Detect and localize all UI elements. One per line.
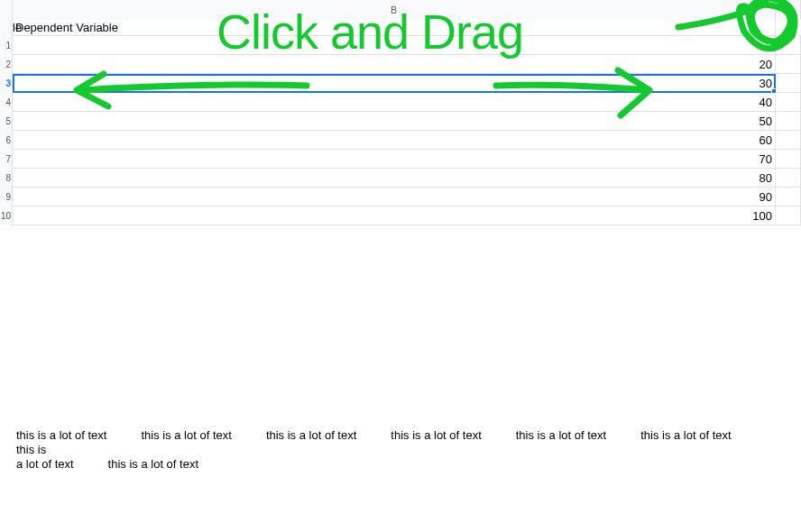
data-row-7: 7 70 [0,150,801,169]
long-text-row[interactable]: this is a lot of text this is a lot of t… [0,428,801,457]
cell-b10[interactable]: 100 [13,206,776,225]
cell-c3[interactable] [776,74,801,93]
column-header-label: B [391,5,397,15]
row-number-4[interactable]: 4 [0,93,13,112]
cell-b2[interactable]: 20 [13,55,776,74]
cell-c7[interactable] [776,150,801,169]
data-row-2: 2 20 [0,55,801,74]
cell-b4[interactable]: 40 [13,93,776,112]
select-all-corner[interactable] [0,0,13,20]
data-row-10: 10 100 [0,206,801,225]
cell-c1[interactable] [776,36,801,55]
cell-c6[interactable] [776,131,801,150]
cell-b8[interactable]: 80 [13,169,776,188]
text-repeat-4: this is a lot of text [391,428,481,443]
cell-b-header[interactable]: Dependent Variable [13,20,776,35]
row-number-5[interactable]: 5 [0,112,13,131]
row-number-10[interactable]: 10 [0,206,13,225]
column-header-c[interactable] [776,0,801,20]
data-row-9: 9 90 [0,188,801,206]
dependent-variable-label: Dependent Variable [15,21,118,34]
text-repeat-7: this is [16,443,46,457]
column-header-b[interactable]: B [13,0,776,20]
text-repeat-6: this is a lot of text [640,428,731,443]
text-repeat-5: this is a lot of text [516,428,606,443]
text-repeat-9: this is a lot of text [108,457,198,472]
text-repeat-1: this is a lot of text [16,428,106,443]
cell-c-header[interactable] [776,20,801,35]
data-row-1: 1 [0,36,801,55]
row-number-3[interactable]: 3 [0,74,13,93]
cell-c8[interactable] [776,169,801,188]
row-number-6[interactable]: 6 [0,131,13,150]
text-repeat-2: this is a lot of text [141,428,231,443]
cell-c4[interactable] [776,93,801,112]
column-header-row: B [0,0,801,20]
cell-b7[interactable]: 70 [13,150,776,169]
data-row-3-selected: 3 30 [0,74,801,93]
text-repeat-3: this is a lot of text [266,428,356,443]
sheet-header-row: le Dependent Variable [0,20,801,36]
cell-c5[interactable] [776,112,801,131]
row-number-7[interactable]: 7 [0,150,13,169]
cell-c2[interactable] [776,55,801,74]
spreadsheet-grid: B le Dependent Variable 1 2 20 3 30 4 40… [0,0,801,532]
cell-b9[interactable]: 90 [13,188,776,206]
data-row-8: 8 80 [0,169,801,188]
cell-c10[interactable] [776,206,801,225]
empty-rows-gap [0,225,801,428]
data-row-4: 4 40 [0,93,801,112]
cell-b3-selected[interactable]: 30 [13,74,776,93]
cell-b6[interactable]: 60 [13,131,776,150]
text-repeat-8: a lot of text [16,457,74,472]
cell-c9[interactable] [776,188,801,206]
cell-b1[interactable] [13,36,776,55]
cell-b5[interactable]: 50 [13,112,776,131]
row-number-1[interactable]: 1 [0,36,13,55]
row-number-9[interactable]: 9 [0,188,13,206]
row-header-blank[interactable] [0,20,13,36]
fill-handle[interactable] [771,88,777,94]
data-row-6: 6 60 [0,131,801,150]
data-row-5: 5 50 [0,112,801,131]
long-text-row-2[interactable]: a lot of text this is a lot of text [0,457,801,472]
row-number-2[interactable]: 2 [0,55,13,74]
row-number-8[interactable]: 8 [0,169,13,188]
